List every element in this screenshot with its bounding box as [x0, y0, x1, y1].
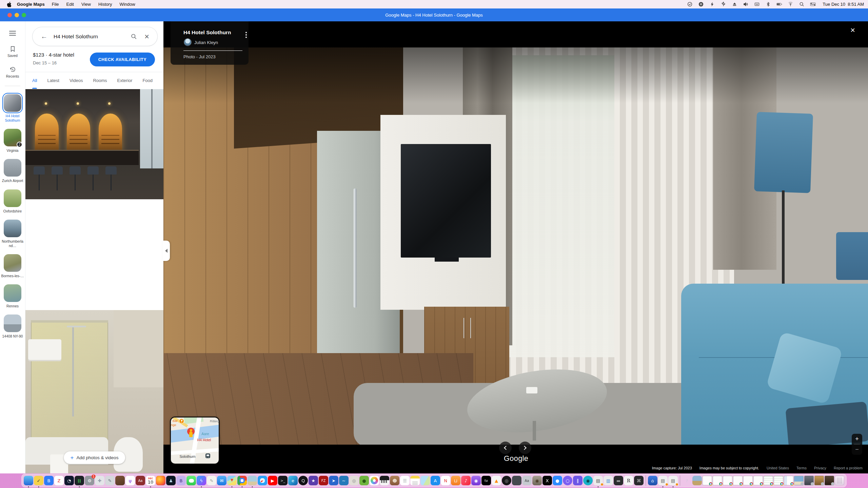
menu-app-name[interactable]: Google Maps [17, 2, 45, 7]
apple-menu-icon[interactable] [4, 2, 14, 7]
dock-sheet-window-1[interactable] [764, 476, 773, 485]
dock-image-window-art[interactable] [825, 476, 834, 485]
dock-chrome-window-4[interactable] [733, 476, 743, 485]
sync-check-icon[interactable] [687, 1, 693, 7]
minimap[interactable]: Bar nge Ritterg Aare H4 Hotel Solothurn [171, 418, 219, 464]
dock-bbedit[interactable]: B [176, 476, 186, 485]
recent-place-virginia[interactable]: 2Virginia [0, 127, 25, 153]
dock-printer-b[interactable]: ▤ [658, 476, 668, 485]
dock-chrome[interactable] [237, 476, 247, 485]
search-box[interactable]: ← H4 Hotel Solothurn × [32, 27, 158, 46]
dock-todo-check-app[interactable]: ✓ [34, 476, 43, 485]
dock-music[interactable]: ♪ [461, 476, 471, 485]
dock-image-window-frame[interactable] [814, 476, 824, 485]
dock-fonts-app[interactable]: Aa [522, 476, 532, 485]
dock-wing-app[interactable]: ➤ [329, 476, 338, 485]
dock-bluetooth-app[interactable]: B [44, 476, 54, 485]
zoom-in-button[interactable]: + [855, 434, 859, 444]
dock-image-window-people[interactable] [804, 476, 814, 485]
collapse-panel-handle[interactable] [162, 241, 170, 261]
dock-chrome-window-6[interactable] [753, 476, 763, 485]
dock-contacts[interactable]: ☻ [390, 476, 399, 485]
dock-doc-window[interactable] [784, 476, 793, 485]
dock-usb-utility[interactable]: ψ [125, 476, 135, 485]
dock-safari[interactable] [258, 476, 267, 485]
char-viewer-icon[interactable] [754, 1, 760, 7]
search-icon[interactable] [131, 33, 137, 40]
tab-all[interactable]: All [32, 72, 37, 89]
recent-place-oxfordshire[interactable]: Oxfordshire [0, 188, 25, 214]
menu-window[interactable]: Window [119, 2, 135, 7]
dock-kindle[interactable]: ♟ [166, 476, 176, 485]
dock-messenger[interactable]: ϟ [197, 476, 206, 485]
dock-firefox[interactable] [156, 476, 165, 485]
dock-webcam-app[interactable]: ◉ [583, 476, 593, 485]
equalizer-circle-icon[interactable] [698, 1, 704, 7]
footer-link-united-states[interactable]: United States [767, 466, 789, 470]
tab-food[interactable]: Food [142, 72, 153, 89]
menu-view[interactable]: View [81, 2, 91, 7]
dock-gray-window-app[interactable] [512, 476, 521, 485]
dock-news-logo-app[interactable]: N [441, 476, 450, 485]
control-center-icon[interactable] [810, 1, 816, 7]
dock-audacity[interactable]: ‖‖ [75, 476, 84, 485]
dock-notes[interactable] [410, 476, 420, 485]
dock-apple-tv[interactable]: tv [481, 476, 491, 485]
saved-button[interactable]: Saved [7, 46, 18, 58]
dock-piano-app[interactable] [380, 476, 389, 485]
dock-system-settings[interactable]: ⚙1 [85, 476, 94, 485]
recent-place-bormes-les-[interactable]: Bormes-les-… [0, 253, 25, 278]
dock-chrome-window-5[interactable] [743, 476, 753, 485]
dock-keychain-app[interactable]: ⌘ [634, 476, 644, 485]
dock-books[interactable]: ⊔ [451, 476, 460, 485]
bluetooth-icon[interactable] [765, 1, 771, 7]
recents-button[interactable]: Recents [6, 66, 19, 78]
dock-vinyl-app[interactable]: ◎ [502, 476, 511, 485]
dock-apple-maps[interactable] [420, 476, 430, 485]
recent-place-h4-hotel-solothurn[interactable]: H4 Hotel Solothurn [0, 93, 25, 123]
minimize-window-button[interactable] [15, 13, 19, 17]
thumbnail-bathroom-photo[interactable] [25, 310, 163, 473]
photo-author[interactable]: Julian Kleyn [194, 40, 218, 45]
dock-youtube[interactable]: ▶ [268, 476, 277, 485]
dock-printer-a[interactable]: ▤ [593, 476, 603, 485]
dock-openoffice[interactable]: ~ [339, 476, 349, 485]
tab-videos[interactable]: Videos [70, 72, 83, 89]
dock-speed-gauge-app[interactable]: ◔ [64, 476, 74, 485]
back-arrow-icon[interactable]: ← [41, 33, 47, 40]
footer-link-privacy[interactable]: Privacy [814, 466, 826, 470]
dock-reminders[interactable]: ☰ [400, 476, 410, 485]
eject-icon[interactable] [732, 1, 737, 7]
dock-x-app[interactable]: X [542, 476, 552, 485]
dock-star-app[interactable]: ★ [309, 476, 318, 485]
zoom-out-button[interactable]: − [855, 444, 859, 454]
dock-leather-utility[interactable] [115, 476, 125, 485]
dock-print-center[interactable]: ▥ [604, 476, 613, 485]
dock-disk-utility[interactable]: ✎ [105, 476, 115, 485]
footer-link-report-a-problem[interactable]: Report a problem [834, 466, 863, 470]
recent-place-rennes[interactable]: Rennes [0, 283, 25, 308]
dock-diagnostics-app[interactable]: ✚ [95, 476, 104, 485]
dock-trash[interactable] [835, 476, 844, 485]
dock-quicktime[interactable]: Q [298, 476, 308, 485]
hamburger-menu-icon[interactable] [9, 29, 16, 37]
dock-home-app[interactable]: ⌂ [648, 476, 657, 485]
next-photo-button[interactable] [519, 442, 531, 454]
dock-gimp[interactable]: ◉ [532, 476, 542, 485]
dock-app-store[interactable]: A [431, 476, 440, 485]
footer-link-terms[interactable]: Terms [796, 466, 807, 470]
dock-chrome-window-3[interactable] [723, 476, 732, 485]
zoom-window-button[interactable] [22, 13, 26, 17]
wireless-icon[interactable] [788, 1, 793, 7]
check-availability-button[interactable]: CHECK AVAILABILITY [90, 53, 155, 66]
menu-file[interactable]: File [52, 2, 59, 7]
recent-place-zurich-airport[interactable]: Zurich Airport [0, 158, 25, 183]
dock-printer-c[interactable]: ▤ [668, 476, 678, 485]
dock-mail[interactable]: ✉ [217, 476, 226, 485]
dock-frog-media-app[interactable]: ● [359, 476, 369, 485]
dock-wave-app[interactable]: ‖ [573, 476, 583, 485]
dock-calendar[interactable]: DEC10 [146, 476, 155, 485]
dock-finder[interactable] [24, 476, 33, 485]
author-avatar[interactable] [184, 38, 192, 46]
dock-draft-app[interactable]: ✎ [207, 476, 216, 485]
